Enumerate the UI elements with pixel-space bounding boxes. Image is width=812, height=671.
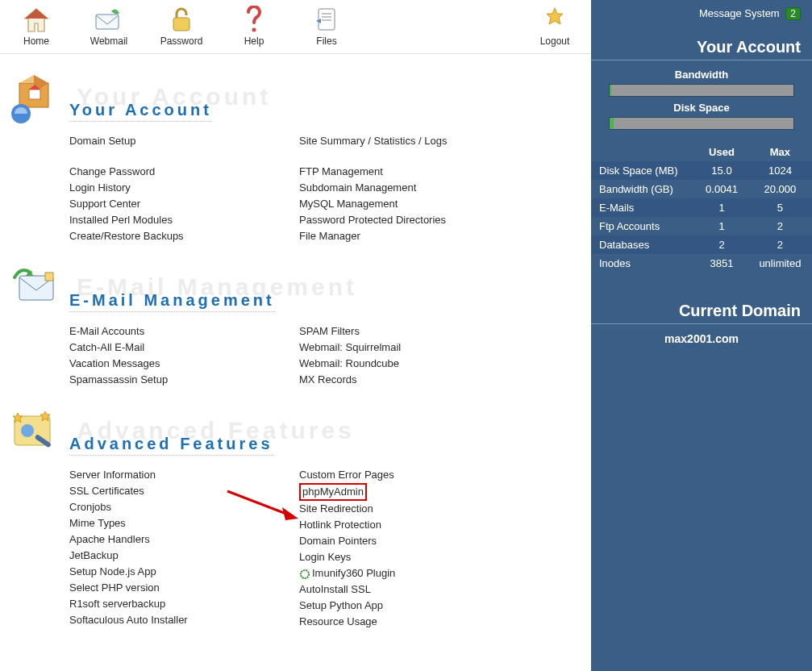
svg-rect-2 <box>96 15 119 29</box>
logout-button[interactable]: Logout <box>518 3 591 52</box>
section-title: Your Account <box>69 101 212 122</box>
menu-link[interactable]: E-Mail Accounts <box>69 323 299 340</box>
menu-link[interactable]: Imunify360 Plugin <box>299 565 529 581</box>
password-label: Password <box>145 35 218 47</box>
svg-rect-3 <box>173 18 189 31</box>
current-domain-value: max2001.com <box>591 332 812 345</box>
webmail-icon <box>93 6 125 34</box>
menu-link[interactable]: Catch-All E-Mail <box>69 340 299 356</box>
menu-link[interactable]: Mime Types <box>69 515 299 531</box>
menu-link[interactable]: File Manager <box>299 228 529 244</box>
usage-row: E-Mails15 <box>591 198 812 217</box>
section-title: Advanced Features <box>69 435 273 456</box>
menu-link[interactable]: Softaculous Auto Installer <box>69 612 299 628</box>
menu-link[interactable]: phpMyAdmin <box>299 483 529 501</box>
menu-link[interactable]: SSL Certificates <box>69 483 299 499</box>
section-advanced: Advanced Features Advanced Features Serv… <box>0 404 591 630</box>
menu-link[interactable]: Hotlink Protection <box>299 517 529 533</box>
menu-link[interactable]: Site Redirection <box>299 501 529 517</box>
usage-table: Used Max Disk Space (MB)15.01024Bandwidt… <box>591 143 812 273</box>
email-section-icon <box>8 260 65 317</box>
help-button[interactable]: Help <box>218 3 290 52</box>
menu-link[interactable]: Installed Perl Modules <box>69 212 299 228</box>
menu-link[interactable]: Support Center <box>69 196 299 212</box>
home-button[interactable]: Home <box>0 3 73 52</box>
menu-link[interactable]: Subdomain Management <box>299 180 529 196</box>
col-used: Used <box>695 143 748 161</box>
svg-point-4 <box>252 28 256 32</box>
menu-link[interactable]: Setup Python App <box>299 598 529 614</box>
help-label: Help <box>218 35 290 47</box>
highlighted-link[interactable]: phpMyAdmin <box>299 483 367 501</box>
col-max: Max <box>748 143 812 161</box>
imunify-icon <box>299 569 310 580</box>
usage-row: Databases22 <box>591 235 812 254</box>
diskspace-bar <box>609 117 794 130</box>
files-label: Files <box>290 35 363 47</box>
logout-label: Logout <box>518 35 591 47</box>
webmail-button[interactable]: Webmail <box>73 3 145 52</box>
sidebar-heading-domain: Current Domain <box>591 297 812 324</box>
usage-row: Inodes3851unlimited <box>591 254 812 273</box>
files-icon <box>310 6 343 34</box>
home-label: Home <box>0 35 73 47</box>
menu-link[interactable]: Webmail: Roundcube <box>299 356 529 372</box>
sidebar-heading-account: Your Account <box>591 33 812 60</box>
sidebar: Message System 2 Your Account Bandwidth … <box>591 0 812 671</box>
message-count-badge: 2 <box>785 7 801 20</box>
logout-icon <box>539 6 571 34</box>
menu-link[interactable]: JetBackup <box>69 548 299 564</box>
menu-link[interactable]: Select PHP version <box>69 580 299 596</box>
svg-rect-17 <box>45 273 53 281</box>
menu-link[interactable]: SPAM Filters <box>299 323 529 340</box>
menu-link[interactable]: Custom Error Pages <box>299 467 529 483</box>
password-button[interactable]: Password <box>145 3 218 52</box>
svg-marker-1 <box>25 9 48 19</box>
menu-link[interactable]: FTP Management <box>299 164 529 180</box>
advanced-section-icon <box>8 404 65 461</box>
section-title: E-Mail Management <box>69 291 275 312</box>
home-icon <box>20 6 52 34</box>
menu-link[interactable]: Setup Node.js App <box>69 564 299 580</box>
menu-link[interactable]: Cronjobs <box>69 499 299 515</box>
usage-row: Bandwidth (GB)0.004120.000 <box>591 180 812 198</box>
bandwidth-bar <box>609 84 794 97</box>
webmail-label: Webmail <box>73 35 145 47</box>
menu-link[interactable]: Domain Setup <box>69 133 299 149</box>
menu-link[interactable]: Password Protected Directories <box>299 212 529 228</box>
section-your-account: Your Account Your Account Domain SetupCh… <box>0 70 591 244</box>
top-toolbar: Home Webmail Password Help <box>0 0 591 54</box>
usage-row: Disk Space (MB)15.01024 <box>591 161 812 180</box>
svg-point-21 <box>301 570 309 578</box>
menu-link[interactable]: Login History <box>69 180 299 196</box>
menu-link[interactable]: Server Information <box>69 467 299 483</box>
svg-point-19 <box>21 424 34 437</box>
menu-link[interactable]: MX Records <box>299 372 529 388</box>
account-section-icon <box>8 70 65 127</box>
help-icon <box>238 6 270 34</box>
menu-link[interactable]: Resource Usage <box>299 614 529 630</box>
menu-link[interactable]: Change Password <box>69 164 299 180</box>
message-system-link[interactable]: Message System <box>699 7 780 19</box>
password-icon <box>165 6 198 34</box>
svg-rect-13 <box>29 90 40 99</box>
menu-link[interactable]: Login Keys <box>299 549 529 565</box>
menu-link[interactable]: R1soft serverbackup <box>69 596 299 612</box>
menu-link[interactable]: AutoInstall SSL <box>299 581 529 598</box>
menu-link[interactable]: Create/Restore Backups <box>69 228 299 244</box>
usage-row: Ftp Accounts12 <box>591 217 812 235</box>
menu-link[interactable]: Webmail: Squirrelmail <box>299 340 529 356</box>
diskspace-label: Disk Space <box>591 102 812 114</box>
menu-link[interactable]: Site Summary / Statistics / Logs <box>299 133 529 149</box>
menu-link[interactable]: Vacation Messages <box>69 356 299 372</box>
menu-link[interactable]: MySQL Management <box>299 196 529 212</box>
menu-link[interactable]: Domain Pointers <box>299 533 529 549</box>
section-email: E-Mail Management E-Mail Management E-Ma… <box>0 260 591 388</box>
menu-link[interactable]: Spamassassin Setup <box>69 372 299 388</box>
bandwidth-label: Bandwidth <box>591 69 812 81</box>
menu-link[interactable]: Apache Handlers <box>69 531 299 548</box>
files-button[interactable]: Files <box>290 3 363 52</box>
